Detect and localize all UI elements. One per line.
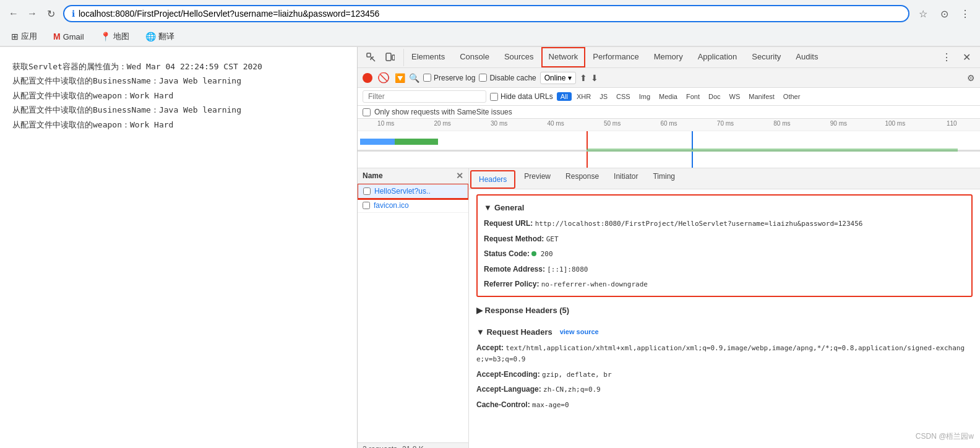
filter-button[interactable]: 🔽 bbox=[395, 73, 405, 83]
reload-button[interactable]: ↻ bbox=[43, 6, 58, 21]
tab-console[interactable]: Console bbox=[452, 47, 497, 67]
network-settings-button[interactable]: ⚙ bbox=[967, 73, 975, 83]
accept-value: text/html,application/xhtml+xml,applicat… bbox=[476, 344, 965, 364]
import-har-button[interactable]: ⬆ bbox=[580, 73, 587, 83]
tab-performance[interactable]: Performance bbox=[585, 47, 646, 67]
request-url-row: Request URL: http://localhost:8080/First… bbox=[484, 216, 965, 231]
cache-control-row: Cache-Control: max-age=0 bbox=[476, 397, 973, 413]
tab-headers[interactable]: Headers bbox=[470, 170, 515, 189]
accept-row: Accept: text/html,application/xhtml+xml,… bbox=[476, 340, 973, 367]
close-devtools-icon[interactable]: ✕ bbox=[958, 49, 975, 66]
export-har-button[interactable]: ⬇ bbox=[591, 73, 598, 83]
disable-cache-input[interactable] bbox=[479, 74, 487, 82]
response-headers-label: ▶ Response Headers (5) bbox=[476, 306, 569, 315]
preserve-log-checkbox[interactable]: Preserve log bbox=[423, 74, 475, 82]
referrer-policy-label: Referrer Policy: bbox=[484, 280, 541, 288]
address-input[interactable] bbox=[79, 9, 901, 19]
inspect-element-icon[interactable] bbox=[363, 49, 380, 66]
back-button[interactable]: ← bbox=[6, 6, 21, 21]
filter-type-css[interactable]: CSS bbox=[612, 92, 634, 101]
tab-elements[interactable]: Elements bbox=[404, 47, 452, 67]
forward-button[interactable]: → bbox=[25, 6, 40, 21]
throttle-select[interactable]: Online ▾ bbox=[540, 72, 577, 84]
throttle-label: Online bbox=[544, 74, 566, 82]
name-panel-header: Name ✕ bbox=[358, 168, 468, 184]
filter-type-xhr[interactable]: XHR bbox=[573, 92, 595, 101]
tab-preview[interactable]: Preview bbox=[517, 168, 558, 189]
name-item-text-favicon: favicon.ico bbox=[374, 201, 409, 210]
ruler-20ms: 20 ms bbox=[414, 120, 470, 127]
name-item-favicon[interactable]: favicon.ico bbox=[358, 199, 468, 213]
tab-timing[interactable]: Timing bbox=[645, 168, 682, 189]
bookmark-apps[interactable]: ⊞ 应用 bbox=[6, 30, 42, 43]
bookmark-star-button[interactable]: ☆ bbox=[914, 5, 932, 22]
filter-type-font[interactable]: Font bbox=[682, 92, 703, 101]
filter-type-js[interactable]: JS bbox=[596, 92, 611, 101]
filter-type-all[interactable]: All bbox=[557, 92, 572, 101]
cache-control-label: Cache-Control: bbox=[476, 400, 530, 409]
accept-encoding-row: Accept-Encoding: gzip, deflate, br bbox=[476, 367, 973, 382]
preserve-log-input[interactable] bbox=[423, 74, 431, 82]
name-item-helloservlet[interactable]: HelloServlet?us.. bbox=[358, 184, 468, 199]
general-section-title[interactable]: ▼ General bbox=[484, 199, 965, 216]
page-line-4: 从配置文件中读取信的BusinessName：Java Web learning bbox=[12, 103, 345, 117]
bookmarks-bar: ⊞ 应用 M Gmail 📍 地图 🌐 翻译 bbox=[0, 27, 980, 46]
disable-cache-checkbox[interactable]: Disable cache bbox=[479, 74, 536, 82]
ruler-90ms: 90 ms bbox=[810, 120, 867, 127]
filter-type-ws[interactable]: WS bbox=[726, 92, 744, 101]
hide-data-urls-input[interactable] bbox=[490, 93, 498, 101]
tab-network[interactable]: Network bbox=[541, 47, 586, 67]
ruler-60ms: 60 ms bbox=[640, 120, 697, 127]
svg-rect-0 bbox=[367, 53, 371, 57]
more-options-button[interactable]: ⋮ bbox=[956, 5, 974, 22]
ruler-80ms: 80 ms bbox=[754, 120, 810, 127]
profile-button[interactable]: ⊙ bbox=[935, 5, 953, 22]
filter-type-media[interactable]: Media bbox=[655, 92, 681, 101]
filter-type-other[interactable]: Other bbox=[780, 92, 804, 101]
timeline-area: 10 ms 20 ms 30 ms 40 ms 50 ms 60 ms 70 m… bbox=[358, 119, 980, 168]
clear-button[interactable]: 🚫 bbox=[376, 71, 391, 85]
request-headers-title[interactable]: ▼ Request Headers view source bbox=[476, 324, 973, 340]
bookmark-translate[interactable]: 🌐 翻译 bbox=[140, 30, 179, 43]
tab-application[interactable]: Application bbox=[690, 47, 745, 67]
status-code-label: Status Code: bbox=[484, 249, 531, 258]
view-source-link[interactable]: view source bbox=[560, 328, 599, 335]
nav-buttons: ← → ↻ bbox=[6, 6, 58, 21]
more-tabs-icon[interactable]: ⋮ bbox=[938, 49, 955, 66]
bookmark-maps-label: 地图 bbox=[113, 31, 129, 42]
bookmark-maps[interactable]: 📍 地图 bbox=[95, 30, 134, 43]
response-headers-title[interactable]: ▶ Response Headers (5) bbox=[476, 302, 973, 319]
headers-tabs: Headers Preview Response Initiator Timin… bbox=[469, 168, 980, 189]
remote-address-label: Remote Address: bbox=[484, 265, 547, 274]
footer-size: 21.8 K bbox=[402, 445, 424, 448]
devtools-toolbar-end: ⋮ ✕ bbox=[933, 49, 980, 66]
tab-security[interactable]: Security bbox=[744, 47, 788, 67]
device-toolbar-icon[interactable] bbox=[381, 49, 398, 66]
tab-initiator[interactable]: Initiator bbox=[606, 168, 645, 189]
csdn-watermark: CSDN @梧兰园w bbox=[916, 431, 974, 442]
name-item-checkbox-favicon[interactable] bbox=[363, 202, 370, 209]
bookmark-gmail[interactable]: M Gmail bbox=[48, 30, 89, 43]
hide-data-urls-checkbox[interactable]: Hide data URLs bbox=[490, 92, 553, 101]
samesite-checkbox[interactable] bbox=[363, 108, 371, 116]
filter-type-manifest[interactable]: Manifest bbox=[745, 92, 778, 101]
accept-language-label: Accept-Language: bbox=[476, 385, 541, 394]
close-panel-icon[interactable]: ✕ bbox=[456, 171, 463, 181]
tab-sources[interactable]: Sources bbox=[497, 47, 541, 67]
record-button[interactable] bbox=[363, 73, 372, 83]
general-section: ▼ General Request URL: http://localhost:… bbox=[476, 194, 973, 297]
tab-response[interactable]: Response bbox=[558, 168, 606, 189]
tab-memory[interactable]: Memory bbox=[647, 47, 690, 67]
search-button[interactable]: 🔍 bbox=[409, 73, 419, 83]
name-item-checkbox-helloservlet[interactable] bbox=[363, 187, 371, 195]
page-line-1: 获取Servlet容器的属性值为：Wed Mar 04 22:24:59 CST… bbox=[12, 59, 345, 74]
filter-type-doc[interactable]: Doc bbox=[705, 92, 724, 101]
accept-encoding-label: Accept-Encoding: bbox=[476, 370, 540, 379]
ruler-10ms: 10 ms bbox=[358, 120, 414, 127]
filter-input[interactable] bbox=[363, 90, 486, 103]
tab-audits[interactable]: Audits bbox=[788, 47, 825, 67]
bookmark-translate-label: 翻译 bbox=[158, 31, 174, 42]
filter-type-img[interactable]: Img bbox=[635, 92, 654, 101]
general-label: General bbox=[494, 203, 524, 212]
address-bar-container: ℹ bbox=[63, 5, 909, 22]
